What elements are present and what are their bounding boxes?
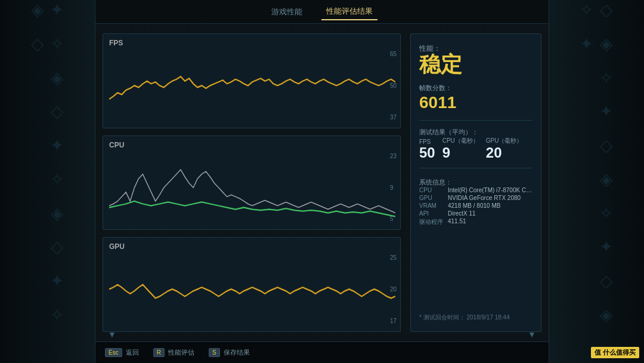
main-content: 游戏性能 性能评估结果 FPS bbox=[95, 0, 549, 363]
right-hieroglyphs: ◇ ◈ ✧ ✦ ◇ ◈ ✧ ✦ ◇ ◈ ✧ ✦ bbox=[577, 0, 617, 363]
left-hieroglyphs: ✦ ✧ ◈ ◇ ✦ ✧ ◈ ◇ ✦ ✧ ◈ ◇ bbox=[28, 0, 67, 363]
eval-key-group: R 性能评估 bbox=[153, 348, 194, 357]
cpu-chart-svg bbox=[109, 152, 395, 224]
watermark: 值 什么值得买 bbox=[591, 347, 639, 358]
gpu-chart-label: GPU bbox=[109, 242, 395, 251]
back-key-label: 返回 bbox=[126, 348, 139, 357]
top-nav: 游戏性能 性能评估结果 bbox=[95, 0, 549, 24]
nav-game-perf[interactable]: 游戏性能 bbox=[267, 4, 307, 20]
fps-y-labels: 65 50 37 bbox=[390, 50, 397, 122]
save-key-badge: S bbox=[209, 348, 220, 357]
cpu-metric-header: CPU（毫秒） bbox=[442, 137, 479, 145]
cpu-y-labels: 23 9 5 bbox=[390, 152, 397, 224]
perf-rating: 稳定 bbox=[419, 54, 532, 75]
scroll-arrow-left[interactable]: ▼ bbox=[106, 331, 118, 338]
gpu-val: NVIDIA GeForce RTX 2080 bbox=[448, 195, 532, 201]
driver-val: 411.51 bbox=[448, 218, 532, 226]
back-key-badge: Esc bbox=[105, 348, 122, 357]
sys-info-label: 系统信息： bbox=[419, 178, 532, 187]
fps-chart-container: FPS 65 50 bbox=[103, 33, 401, 128]
fps-chart-area: 65 50 37 bbox=[109, 50, 395, 122]
fps-metric: FPS 50 bbox=[419, 139, 435, 161]
cpu-key: CPU bbox=[419, 187, 443, 193]
fps-chart-label: FPS bbox=[109, 39, 395, 47]
gpu-chart-container: GPU 25 20 17 bbox=[103, 237, 401, 332]
cpu-metric-value: 9 bbox=[442, 145, 479, 161]
info-panel: 性能： 稳定 帧数分数： 6011 测试结果（平均）： FPS 50 CPU（毫… bbox=[410, 33, 541, 332]
gpu-chart-svg bbox=[109, 253, 395, 325]
right-panel: ◇ ◈ ✧ ✦ ◇ ◈ ✧ ✦ ◇ ◈ ✧ ✦ bbox=[549, 0, 644, 363]
frame-section: 帧数分数： 6011 bbox=[419, 81, 532, 113]
cpu-metric: CPU（毫秒） 9 bbox=[442, 137, 479, 161]
sys-section: 系统信息： CPU Intel(R) Core(TM) i7-8700K CPU… bbox=[419, 176, 532, 226]
save-key-label: 保存结果 bbox=[224, 348, 250, 357]
gpu-y-labels: 25 20 17 bbox=[390, 253, 397, 325]
nav-perf-result[interactable]: 性能评估结果 bbox=[321, 4, 377, 20]
cpu-chart-container: CPU 23 9 5 bbox=[103, 136, 401, 230]
left-panel: ✦ ✧ ◈ ◇ ✦ ✧ ◈ ◇ ✦ ✧ ◈ ◇ bbox=[0, 0, 95, 363]
divider-1 bbox=[419, 120, 532, 121]
frame-count-value: 6011 bbox=[419, 93, 532, 113]
api-val: DirectX 11 bbox=[448, 210, 532, 217]
scroll-arrow-right[interactable]: ▼ bbox=[526, 331, 538, 338]
cpu-val: Intel(R) Core(TM) i7-8700K CPU @ 3... bbox=[448, 187, 532, 193]
gpu-metric-header: GPU（毫秒） bbox=[486, 137, 523, 145]
save-key-group: S 保存结果 bbox=[209, 348, 250, 357]
avg-label: 测试结果（平均）： bbox=[419, 128, 532, 137]
avg-section: 测试结果（平均）： FPS 50 CPU（毫秒） 9 GPU（毫秒） 20 bbox=[419, 128, 532, 161]
gpu-chart-area: 25 20 17 bbox=[109, 253, 395, 325]
content-area: FPS 65 50 bbox=[95, 24, 549, 342]
frame-count-label: 帧数分数： bbox=[419, 84, 532, 93]
cpu-chart-area: 23 9 5 bbox=[109, 152, 395, 224]
bottom-bar: Esc 返回 R 性能评估 S 保存结果 bbox=[95, 342, 549, 363]
gpu-key: GPU bbox=[419, 195, 443, 201]
vram-key: VRAM bbox=[419, 202, 443, 209]
fps-chart-svg bbox=[109, 50, 395, 122]
timestamp: * 测试回合时间： 2018/9/17 18:44 bbox=[419, 313, 532, 322]
gpu-metric-value: 20 bbox=[486, 145, 523, 161]
back-key-group: Esc 返回 bbox=[105, 348, 139, 357]
driver-key: 驱动程序 bbox=[419, 218, 443, 226]
eval-key-badge: R bbox=[153, 348, 165, 357]
cpu-chart-label: CPU bbox=[109, 141, 395, 149]
perf-section: 性能： 稳定 bbox=[419, 44, 532, 75]
gpu-metric: GPU（毫秒） 20 bbox=[486, 137, 523, 161]
eval-key-label: 性能评估 bbox=[168, 348, 194, 357]
fps-metric-value: 50 bbox=[419, 145, 435, 161]
fps-metric-header: FPS bbox=[419, 139, 435, 145]
charts-panel: FPS 65 50 bbox=[103, 33, 401, 332]
vram-val: 4218 MB / 8010 MB bbox=[448, 202, 532, 209]
api-key: API bbox=[419, 210, 443, 217]
sys-info-table: CPU Intel(R) Core(TM) i7-8700K CPU @ 3..… bbox=[419, 187, 532, 226]
avg-metrics: FPS 50 CPU（毫秒） 9 GPU（毫秒） 20 bbox=[419, 137, 532, 161]
divider-2 bbox=[419, 168, 532, 168]
